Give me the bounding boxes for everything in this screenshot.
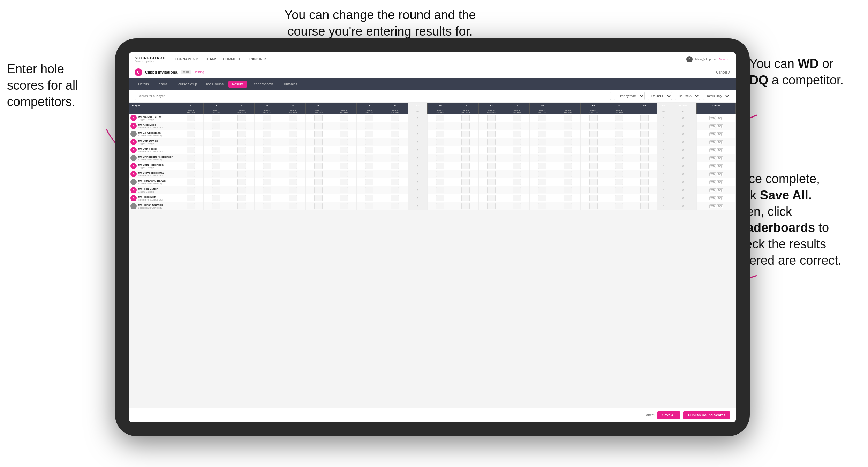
- score-hole-11[interactable]: [453, 194, 478, 202]
- score-hole-3[interactable]: [229, 122, 254, 130]
- score-input-h18[interactable]: [640, 163, 649, 169]
- score-input-h13[interactable]: [513, 203, 521, 209]
- publish-button[interactable]: Publish Round Scores: [683, 411, 730, 419]
- score-input-h16[interactable]: [589, 139, 598, 145]
- score-input-h2[interactable]: [212, 131, 220, 137]
- score-input-h11[interactable]: [461, 203, 470, 209]
- score-input-h3[interactable]: [237, 187, 246, 193]
- score-input-h6[interactable]: [314, 195, 323, 201]
- score-input-h9[interactable]: [391, 171, 399, 177]
- score-input-h2[interactable]: [212, 147, 220, 153]
- score-hole-3[interactable]: [229, 194, 254, 202]
- score-hole-3[interactable]: [229, 170, 254, 178]
- score-hole-18[interactable]: [632, 146, 657, 154]
- score-input-h16[interactable]: [589, 123, 598, 129]
- score-input-h1[interactable]: [187, 115, 195, 121]
- score-input-h2[interactable]: [212, 179, 220, 185]
- score-input-h12[interactable]: [487, 155, 496, 161]
- score-hole-9[interactable]: [382, 114, 408, 122]
- score-hole-3[interactable]: [229, 162, 254, 170]
- score-input-h16[interactable]: [589, 115, 598, 121]
- score-hole-6[interactable]: [305, 154, 331, 162]
- score-input-h8[interactable]: [365, 187, 373, 193]
- tab-tee-groups[interactable]: Tee Groups: [202, 81, 227, 88]
- score-hole-15[interactable]: [555, 186, 581, 194]
- score-hole-18[interactable]: [632, 170, 657, 178]
- score-hole-2[interactable]: [203, 162, 229, 170]
- score-input-h7[interactable]: [340, 171, 348, 177]
- score-input-h2[interactable]: [212, 123, 220, 129]
- score-input-h16[interactable]: [589, 203, 598, 209]
- tab-results[interactable]: Results: [228, 81, 247, 88]
- score-hole-9[interactable]: [382, 162, 408, 170]
- score-hole-7[interactable]: [331, 122, 356, 130]
- score-input-h2[interactable]: [212, 155, 220, 161]
- score-input-h13[interactable]: [513, 139, 521, 145]
- score-input-h8[interactable]: [365, 115, 373, 121]
- score-input-h2[interactable]: [212, 195, 220, 201]
- header-cancel[interactable]: Cancel X: [716, 70, 730, 74]
- score-hole-15[interactable]: [555, 162, 581, 170]
- score-input-h3[interactable]: [237, 179, 246, 185]
- score-hole-3[interactable]: [229, 114, 254, 122]
- score-input-h12[interactable]: [487, 163, 496, 169]
- dq-button[interactable]: DQ: [717, 172, 723, 176]
- score-hole-5[interactable]: [280, 122, 305, 130]
- wd-button[interactable]: WD: [709, 156, 716, 160]
- score-hole-14[interactable]: [529, 170, 555, 178]
- score-input-h18[interactable]: [640, 155, 649, 161]
- score-input-h3[interactable]: [237, 171, 246, 177]
- score-hole-5[interactable]: [280, 186, 305, 194]
- score-input-h11[interactable]: [461, 123, 470, 129]
- score-input-h15[interactable]: [564, 139, 572, 145]
- score-input-h1[interactable]: [187, 147, 195, 153]
- score-hole-11[interactable]: [453, 202, 478, 210]
- score-input-h14[interactable]: [538, 139, 546, 145]
- tab-details[interactable]: Details: [135, 81, 152, 88]
- score-hole-12[interactable]: [478, 114, 504, 122]
- score-input-h9[interactable]: [391, 123, 399, 129]
- score-input-h9[interactable]: [391, 155, 399, 161]
- score-input-h3[interactable]: [237, 155, 246, 161]
- score-hole-16[interactable]: [581, 146, 606, 154]
- score-hole-1[interactable]: [178, 202, 203, 210]
- nav-committee[interactable]: COMMITTEE: [223, 57, 244, 61]
- score-hole-17[interactable]: [606, 146, 632, 154]
- score-hole-2[interactable]: [203, 138, 229, 146]
- wd-button[interactable]: WD: [709, 164, 716, 168]
- score-input-h12[interactable]: [487, 187, 496, 193]
- score-input-h16[interactable]: [589, 187, 598, 193]
- score-input-h4[interactable]: [263, 187, 271, 193]
- score-hole-16[interactable]: [581, 154, 606, 162]
- score-input-h1[interactable]: [187, 123, 195, 129]
- score-hole-17[interactable]: [606, 138, 632, 146]
- score-hole-1[interactable]: [178, 186, 203, 194]
- score-hole-10[interactable]: [428, 186, 453, 194]
- score-input-h15[interactable]: [564, 147, 572, 153]
- score-hole-18[interactable]: [632, 122, 657, 130]
- score-input-h9[interactable]: [391, 163, 399, 169]
- wd-button[interactable]: WD: [709, 148, 716, 152]
- score-hole-18[interactable]: [632, 162, 657, 170]
- sign-out-link[interactable]: Sign out: [719, 58, 730, 61]
- score-hole-9[interactable]: [382, 130, 408, 138]
- score-hole-7[interactable]: [331, 162, 356, 170]
- score-input-h16[interactable]: [589, 171, 598, 177]
- score-hole-13[interactable]: [504, 178, 529, 186]
- score-hole-1[interactable]: [178, 178, 203, 186]
- score-input-h5[interactable]: [289, 203, 297, 209]
- score-input-h14[interactable]: [538, 179, 546, 185]
- round-select[interactable]: Round 1 Round 2 Round 3 Round 4: [648, 92, 672, 100]
- score-input-h8[interactable]: [365, 163, 373, 169]
- score-hole-7[interactable]: [331, 194, 356, 202]
- save-all-button[interactable]: Save All: [657, 411, 681, 419]
- score-hole-15[interactable]: [555, 122, 581, 130]
- score-input-h5[interactable]: [289, 155, 297, 161]
- score-hole-5[interactable]: [280, 178, 305, 186]
- wd-button[interactable]: WD: [709, 196, 716, 200]
- score-hole-1[interactable]: [178, 170, 203, 178]
- score-input-h13[interactable]: [513, 195, 521, 201]
- score-hole-17[interactable]: [606, 202, 632, 210]
- tab-printables[interactable]: Printables: [278, 81, 301, 88]
- score-input-h2[interactable]: [212, 163, 220, 169]
